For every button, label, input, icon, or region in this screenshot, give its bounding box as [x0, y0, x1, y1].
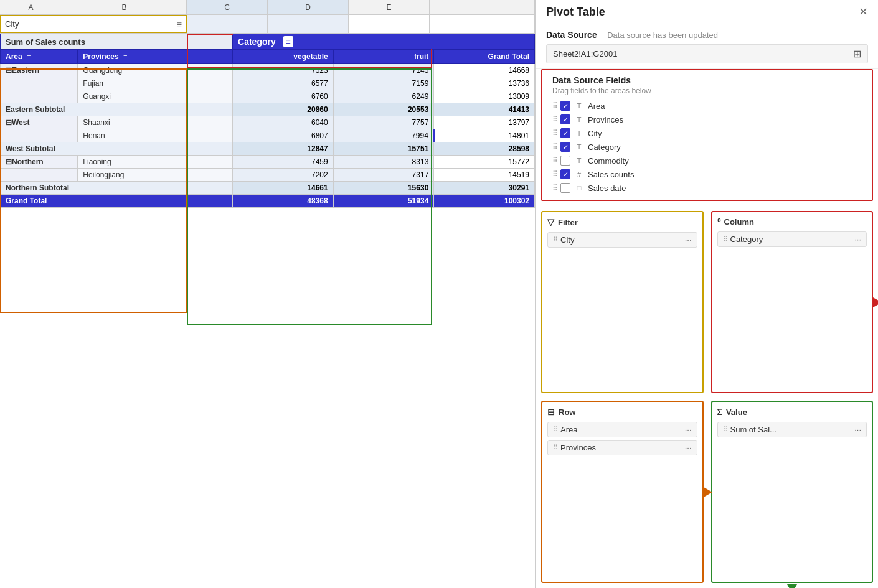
- type-icon-commodity: T: [574, 157, 584, 164]
- grand-total-col-header: Grand Total: [434, 50, 535, 64]
- category-drag-handle[interactable]: ⠿: [723, 235, 727, 243]
- area-label: Area: [6, 52, 22, 61]
- sum-drag-handle[interactable]: ⠿: [723, 426, 727, 434]
- grand-total-veg: 48368: [233, 195, 334, 208]
- drag-handle-category[interactable]: ⠿: [552, 142, 557, 151]
- data-cell-fruit: 7994: [333, 129, 434, 142]
- row-zone-item-provinces[interactable]: ⠿ Provinces ···: [547, 440, 697, 455]
- subtotal-row: Northern Subtotal 14661 15630 30291: [1, 182, 535, 195]
- provinces-sort-icon: ≡: [123, 53, 127, 60]
- subtotal-total: 28598: [434, 142, 535, 156]
- panel-header: Pivot Table ✕: [536, 0, 878, 24]
- table-row: ⊟Northern Liaoning 7459 8313 15772: [1, 156, 535, 169]
- close-button[interactable]: ✕: [859, 5, 868, 19]
- city-zone-menu[interactable]: ···: [685, 235, 692, 245]
- row-zone-icon: ⊟: [547, 407, 555, 417]
- field-name-sales-date: Sales date: [588, 184, 626, 193]
- category-zone-menu[interactable]: ···: [854, 235, 861, 244]
- value-zone-title: Value: [726, 408, 747, 417]
- field-item-commodity[interactable]: ⠿ T Commodity: [552, 154, 859, 167]
- pivot-header-row1: Sum of Sales counts Category ≡: [1, 34, 535, 50]
- checkbox-provinces[interactable]: [560, 114, 570, 124]
- subtotal-veg: 14661: [233, 182, 334, 195]
- data-source-label: Data Source: [546, 30, 597, 40]
- checkbox-sales-counts[interactable]: [560, 169, 570, 179]
- grid-icon[interactable]: ⊞: [853, 48, 861, 60]
- city-filter-cell[interactable]: City ≡: [0, 15, 187, 33]
- value-zone-item-sum[interactable]: ⠿ Sum of Sal... ···: [717, 422, 867, 437]
- checkbox-commodity[interactable]: [560, 156, 570, 166]
- col-header-b: B: [62, 0, 187, 14]
- type-icon-sales-counts: #: [574, 170, 584, 178]
- col-header-a: A: [0, 0, 62, 14]
- col-header-rest: [430, 0, 535, 14]
- row-zone-item-area[interactable]: ⠿ Area ···: [547, 422, 697, 437]
- data-cell-fruit: 7159: [333, 77, 434, 90]
- field-name-sales-counts: Sales counts: [588, 170, 634, 179]
- area-cell: [1, 169, 78, 182]
- column-zone-icon: ⁰: [717, 217, 720, 226]
- field-item-area[interactable]: ⠿ T Area: [552, 99, 859, 113]
- fields-section: Data Source Fields Drag fields to the ar…: [541, 69, 873, 201]
- west-subtotal-label: West Subtotal: [1, 142, 233, 156]
- sum-zone-menu[interactable]: ···: [854, 425, 861, 434]
- subtotal-fruit: 15751: [333, 142, 434, 156]
- panel-title: Pivot Table: [546, 6, 605, 19]
- city-drag-handle[interactable]: ⠿: [553, 236, 557, 244]
- drag-handle-commodity[interactable]: ⠿: [552, 156, 557, 165]
- area-cell: ⊟Eastern: [1, 64, 78, 77]
- green-arrow-up: [787, 584, 797, 588]
- area-zone-menu[interactable]: ···: [685, 425, 692, 434]
- column-zone-title: Column: [724, 217, 754, 226]
- provinces-drag-handle[interactable]: ⠿: [553, 444, 557, 452]
- data-cell-veg: 6807: [233, 129, 334, 142]
- data-cell-total: 13009: [434, 90, 535, 103]
- drag-handle-provinces[interactable]: ⠿: [552, 115, 557, 124]
- field-item-category[interactable]: ⠿ T Category: [552, 140, 859, 154]
- field-item-sales-counts[interactable]: ⠿ # Sales counts: [552, 167, 859, 181]
- right-panel: Pivot Table ✕ Data Source Data source ha…: [536, 0, 878, 588]
- area-drag-handle[interactable]: ⠿: [553, 426, 557, 434]
- field-item-city[interactable]: ⠿ T City: [552, 126, 859, 140]
- grand-total-total: 100302: [434, 195, 535, 208]
- filter-row[interactable]: City ≡: [0, 15, 535, 34]
- subtotal-total: 30291: [434, 182, 535, 195]
- filter-icon[interactable]: ≡: [177, 19, 182, 29]
- grand-total-row: Grand Total 48368 51934 100302: [1, 195, 535, 208]
- checkbox-sales-date[interactable]: [560, 183, 570, 193]
- area-cell: ⊟West: [1, 116, 78, 129]
- fruit-col-header: fruit: [333, 50, 434, 64]
- provinces-zone-menu[interactable]: ···: [685, 443, 692, 452]
- field-item-sales-date[interactable]: ⠿ □ Sales date: [552, 181, 859, 195]
- filter-zone-title: Filter: [558, 218, 578, 227]
- province-cell: Heilongjiang: [78, 169, 233, 182]
- checkbox-category[interactable]: [560, 142, 570, 152]
- category-data-icon: ≡: [283, 36, 293, 47]
- checkbox-area[interactable]: [560, 101, 570, 111]
- category-zone-item-name: Category: [730, 235, 855, 244]
- column-headers-row: A B C D E: [0, 0, 535, 15]
- column-zone-item-category[interactable]: ⠿ Category ···: [717, 231, 867, 247]
- red-arrow-right: [873, 297, 878, 307]
- field-item-provinces[interactable]: ⠿ T Provinces: [552, 113, 859, 126]
- subtotal-veg: 12847: [233, 142, 334, 156]
- subtotal-fruit: 15630: [333, 182, 434, 195]
- field-name-provinces: Provinces: [588, 115, 623, 124]
- checkbox-city[interactable]: [560, 128, 570, 138]
- value-zone-header: Σ Value: [717, 407, 867, 417]
- type-icon-area: T: [574, 102, 584, 110]
- drag-handle-sales-counts[interactable]: ⠿: [552, 170, 557, 179]
- grand-total-fruit: 51934: [333, 195, 434, 208]
- filter-zone-item-city[interactable]: ⠿ City ···: [547, 232, 697, 248]
- data-source-range[interactable]: Sheet2!A1:G2001 ⊞: [546, 44, 868, 63]
- data-cell-veg: 6040: [233, 116, 334, 129]
- pivot-header-row2: Area ≡ Provinces ≡ vegetable fruit Grand…: [1, 50, 535, 64]
- row-zone: ⊟ Row ⠿ Area ··· ⠿ Provinces ···: [541, 401, 704, 583]
- drag-handle-sales-date[interactable]: ⠿: [552, 184, 557, 192]
- northern-subtotal-label: Northern Subtotal: [1, 182, 233, 195]
- drag-handle-area[interactable]: ⠿: [552, 101, 557, 110]
- provinces-label: Provinces: [83, 52, 118, 61]
- drag-handle-city[interactable]: ⠿: [552, 129, 557, 138]
- filter-zone: ▽ Filter ⠿ City ···: [541, 211, 704, 393]
- provinces-zone-item-name: Provinces: [560, 443, 685, 452]
